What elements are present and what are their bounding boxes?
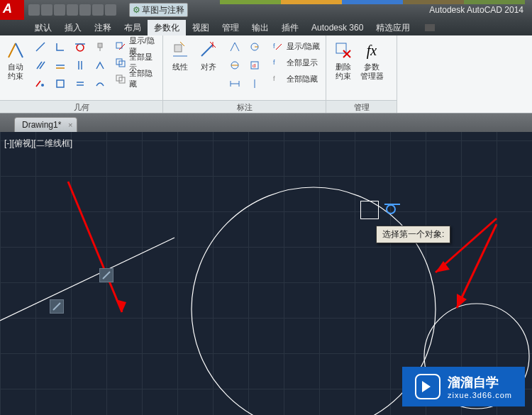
delete-constraint-icon bbox=[333, 40, 354, 61]
dim-show-hide-icon: f bbox=[271, 40, 284, 52]
dim-visibility-stack: f显示/隐藏 f全部显示 f全部隐藏 bbox=[268, 38, 323, 87]
tab-manage[interactable]: 管理 bbox=[216, 20, 245, 35]
equal-icon[interactable] bbox=[71, 75, 89, 92]
dim-grid: d bbox=[226, 38, 264, 92]
delete-constraint-button[interactable]: 删除 约束 bbox=[329, 38, 358, 82]
linear-dim-icon bbox=[170, 40, 191, 61]
command-tooltip: 选择第一个对象: bbox=[376, 226, 450, 243]
tab-view[interactable]: 视图 bbox=[186, 20, 216, 35]
watermark-badge: 溜溜自学 zixue.3d66.com bbox=[402, 367, 525, 406]
qat-open-icon[interactable] bbox=[41, 4, 52, 16]
horizontal-icon[interactable] bbox=[51, 57, 70, 74]
drawing-canvas[interactable]: [-][俯视][二维线框] 选择第一个对象: 溜溜自学 zixue.3d66.c… bbox=[0, 132, 532, 415]
constraint-marker-1[interactable] bbox=[99, 268, 113, 282]
show-hide-icon bbox=[115, 40, 126, 52]
tab-annotate[interactable]: 注释 bbox=[88, 20, 118, 35]
dim-diameter-icon[interactable] bbox=[226, 57, 244, 74]
tab-default[interactable]: 默认 bbox=[28, 20, 58, 35]
svg-line-36 bbox=[276, 44, 282, 50]
fix-icon[interactable] bbox=[92, 38, 108, 55]
tab-parametric[interactable]: 参数化 bbox=[148, 20, 186, 35]
symmetric-icon[interactable] bbox=[92, 57, 108, 74]
show-all-icon bbox=[115, 57, 126, 68]
geom-visibility-stack: 显示/隐藏 全部显示 全部隐藏 bbox=[112, 38, 160, 87]
coincident-icon[interactable] bbox=[31, 38, 50, 55]
qat-redo-icon[interactable] bbox=[105, 4, 116, 16]
aligned-dim-icon bbox=[198, 40, 219, 61]
panel-dimension: 线性 对齐 d f显示/隐藏 f全部显示 f全部隐藏 标注 bbox=[163, 35, 326, 113]
svg-text:f: f bbox=[273, 75, 275, 82]
dim-show-all-button[interactable]: f全部显示 bbox=[268, 55, 323, 70]
auto-constrain-button[interactable]: 自动 约束 bbox=[3, 38, 28, 82]
gear-icon: ⚙ bbox=[133, 5, 140, 15]
panel-dimension-title[interactable]: 标注 bbox=[163, 100, 326, 113]
collinear-icon[interactable] bbox=[31, 75, 50, 92]
tab-insert[interactable]: 插入 bbox=[58, 20, 88, 35]
tab-output[interactable]: 输出 bbox=[245, 20, 275, 35]
tab-a360[interactable]: Autodesk 360 bbox=[305, 20, 370, 35]
app-logo[interactable] bbox=[0, 0, 24, 20]
fx-icon: fx bbox=[361, 40, 382, 61]
dim-angular-icon[interactable] bbox=[226, 38, 244, 55]
dim-show-hide-button[interactable]: f显示/隐藏 bbox=[268, 38, 323, 54]
aligned-dim-label: 对齐 bbox=[201, 62, 216, 72]
smooth-icon[interactable] bbox=[92, 75, 108, 92]
geom-hide-all-button[interactable]: 全部隐藏 bbox=[112, 71, 160, 87]
perpendicular-icon[interactable] bbox=[51, 38, 70, 55]
dim-show-all-icon: f bbox=[271, 57, 284, 68]
panel-manage-title[interactable]: 管理 bbox=[326, 100, 397, 113]
svg-rect-22 bbox=[174, 45, 182, 52]
tab-layout[interactable]: 布局 bbox=[118, 20, 148, 35]
svg-line-45 bbox=[103, 272, 110, 279]
qat-undo-icon[interactable] bbox=[92, 4, 104, 16]
dim-vert-icon[interactable] bbox=[245, 75, 264, 92]
tab-featured[interactable]: 精选应用 bbox=[370, 20, 416, 35]
tab-overflow-icon[interactable] bbox=[425, 24, 435, 31]
auto-constrain-label: 自动 约束 bbox=[8, 62, 23, 81]
svg-text:d: d bbox=[253, 62, 255, 69]
title-bar: ⚙ 草图与注释 Autodesk AutoCAD 2014 bbox=[0, 0, 532, 20]
constraint-marker-2[interactable] bbox=[50, 299, 64, 314]
param-manager-button[interactable]: fx 参数 管理器 bbox=[358, 38, 386, 82]
dim-radius-icon[interactable] bbox=[245, 38, 264, 55]
tangent-osnap-icon bbox=[386, 204, 396, 214]
watermark-brand: 溜溜自学 bbox=[448, 374, 512, 391]
workspace-selector[interactable]: ⚙ 草图与注释 bbox=[129, 3, 188, 17]
file-tab-label: Drawing1* bbox=[22, 120, 61, 130]
watermark-url: zixue.3d66.com bbox=[448, 391, 512, 399]
linear-dim-button[interactable]: 线性 bbox=[166, 38, 194, 73]
vertical-icon[interactable] bbox=[71, 57, 89, 74]
svg-text:f: f bbox=[273, 59, 275, 66]
tab-plugin[interactable]: 插件 bbox=[275, 20, 305, 35]
panel-geometry: 自动 约束 显示/隐藏 全部显示 全部隐藏 bbox=[0, 35, 163, 113]
qat-save-icon[interactable] bbox=[54, 4, 65, 16]
pick-cursor bbox=[360, 201, 379, 219]
dim-convert-icon[interactable]: d bbox=[245, 57, 264, 74]
svg-line-9 bbox=[36, 81, 40, 87]
ribbon: 自动 约束 显示/隐藏 全部显示 全部隐藏 bbox=[0, 35, 532, 114]
qat-saveas-icon[interactable] bbox=[67, 4, 78, 16]
panel-manage: 删除 约束 fx 参数 管理器 管理 bbox=[326, 35, 397, 113]
aligned-dim-button[interactable]: 对齐 bbox=[194, 38, 223, 73]
parallel-icon[interactable] bbox=[31, 57, 50, 74]
annotation-arrow-1 bbox=[68, 182, 122, 312]
constraint-grid bbox=[31, 38, 89, 92]
qat-print-icon[interactable] bbox=[79, 4, 91, 16]
dim-hide-all-button[interactable]: f全部隐藏 bbox=[268, 71, 323, 87]
svg-rect-11 bbox=[57, 80, 64, 87]
svg-point-10 bbox=[41, 84, 44, 87]
svg-line-24 bbox=[201, 45, 213, 56]
dim-horiz-icon[interactable] bbox=[226, 75, 244, 92]
file-tab-drawing1[interactable]: Drawing1* × bbox=[14, 117, 77, 132]
file-tab-bar: Drawing1* × bbox=[0, 114, 532, 132]
param-manager-label: 参数 管理器 bbox=[360, 62, 384, 81]
delete-constraint-label: 删除 约束 bbox=[336, 62, 351, 81]
concentric-icon[interactable] bbox=[51, 75, 70, 92]
qat-new-icon[interactable] bbox=[28, 4, 40, 16]
svg-line-46 bbox=[53, 303, 60, 310]
tangent-icon[interactable] bbox=[71, 38, 89, 55]
workspace-label: 草图与注释 bbox=[142, 4, 184, 16]
panel-geometry-title[interactable]: 几何 bbox=[0, 100, 162, 113]
close-tab-icon[interactable]: × bbox=[68, 121, 72, 129]
ribbon-tabs: 默认 插入 注释 布局 参数化 视图 管理 输出 插件 Autodesk 360… bbox=[0, 20, 532, 35]
